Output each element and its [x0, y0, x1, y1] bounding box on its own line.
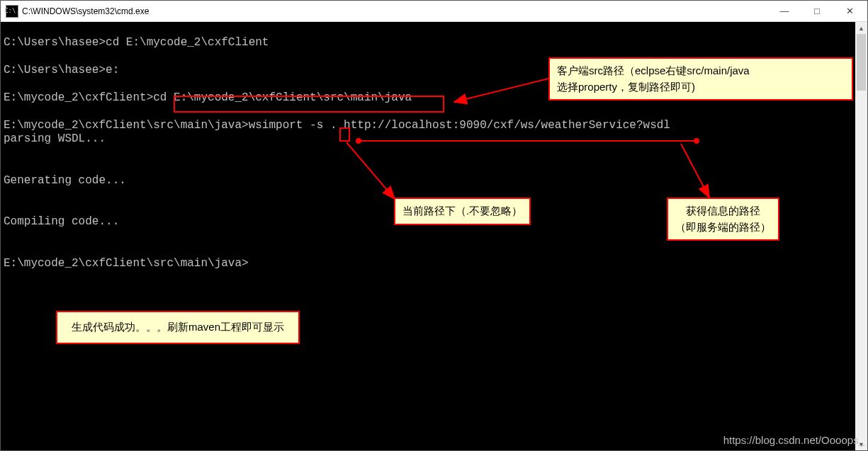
cmd-icon: C:\. — [6, 6, 18, 17]
cmd-wsimport: wsimport -s — [249, 119, 330, 132]
watermark: https://blog.csdn.net/Oooops_ — [723, 434, 864, 446]
cd-path: E:\mycode_2\cxfClient\src\main\java — [174, 91, 412, 104]
annotation-text: 选择property，复制路径即可) — [557, 81, 695, 93]
minimize-button[interactable]: — — [768, 1, 801, 22]
annotation-service-url: 获得信息的路径 （即服务端的路径） — [667, 198, 779, 241]
cmd-text: cd E:\mycode_2\cxfClient — [106, 36, 269, 49]
console-area: C:\Users\hasee>cd E:\mycode_2\cxfClient … — [1, 22, 867, 450]
annotation-text: 获得信息的路径 — [686, 205, 760, 217]
close-button[interactable]: ✕ — [833, 1, 866, 22]
cmd-space — [337, 119, 344, 132]
annotation-success: 生成代码成功。。。刷新maven工程即可显示 — [56, 311, 300, 344]
scrollbar-up-icon[interactable]: ▲ — [855, 22, 867, 34]
annotation-text: 生成代码成功。。。刷新maven工程即可显示 — [72, 321, 284, 333]
scrollbar-thumb[interactable] — [857, 34, 866, 91]
cmd-window: C:\. C:\WINDOWS\system32\cmd.exe — □ ✕ C… — [0, 0, 868, 451]
cmd-text: e: — [106, 64, 119, 76]
output-line: parsing WSDL... — [4, 132, 106, 145]
prompt: E:\mycode_2\cxfClient\src\main\java> — [4, 257, 249, 270]
annotation-current-path: 当前路径下（.不要忽略） — [394, 198, 531, 225]
prompt: C:\Users\hasee> — [4, 36, 106, 49]
cmd-text: cd — [153, 91, 174, 104]
output-line: Generating code... — [4, 174, 126, 187]
prompt: E:\mycode_2\cxfClient\src\main\java> — [4, 119, 249, 132]
window-title: C:\WINDOWS\system32\cmd.exe — [22, 6, 149, 16]
cmd-url: http://localhost:9090/cxf/ws/weatherServ… — [344, 119, 670, 132]
output-line: Compiling code... — [4, 215, 119, 228]
prompt: C:\Users\hasee> — [4, 64, 106, 76]
cmd-icon-text: C:\. — [4, 8, 20, 14]
annotation-text: 客户端src路径（eclpse右键src/main/java — [557, 64, 750, 76]
prompt: E:\mycode_2\cxfClient> — [4, 91, 153, 104]
annotation-src-path: 客户端src路径（eclpse右键src/main/java 选择propert… — [548, 57, 853, 101]
annotation-text: （即服务端的路径） — [675, 221, 771, 233]
scrollbar[interactable]: ▲ ▼ — [855, 22, 867, 450]
titlebar[interactable]: C:\. C:\WINDOWS\system32\cmd.exe — □ ✕ — [1, 1, 867, 22]
annotation-text: 当前路径下（.不要忽略） — [402, 205, 522, 217]
maximize-button[interactable]: □ — [801, 1, 833, 22]
